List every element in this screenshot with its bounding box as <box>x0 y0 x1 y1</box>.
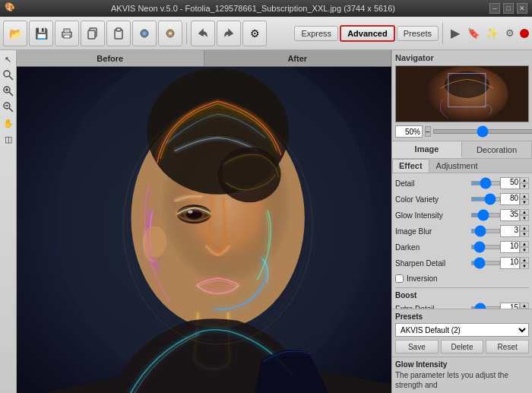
image-blur-down[interactable]: ▼ <box>520 231 529 237</box>
image-blur-up[interactable]: ▲ <box>520 225 529 231</box>
navigator-label: Navigator <box>395 53 529 62</box>
app-icon: 🎨 <box>5 2 17 14</box>
main-area: ↖ ✋ ◫ Before After <box>0 50 532 393</box>
wand-button[interactable]: 🔖 <box>465 25 482 42</box>
zoom-slider[interactable] <box>433 129 532 134</box>
after-tab[interactable]: After <box>204 50 392 66</box>
glow-intensity-row: Glow Intensity 35 ▲ ▼ <box>395 208 529 222</box>
darken-row: Darken 10 ▲ ▼ <box>395 240 529 254</box>
presets-nav-button[interactable]: Presets <box>397 26 439 41</box>
inversion-checkbox[interactable] <box>395 274 404 283</box>
settings-button[interactable]: ⚙ <box>502 25 518 42</box>
extra-detail-spinner: 15 ▲ ▼ <box>500 303 529 309</box>
status-indicator <box>520 29 529 38</box>
darken-slider[interactable] <box>471 245 500 249</box>
detail-down[interactable]: ▼ <box>520 183 529 189</box>
info-title: Glow Intensity <box>395 360 529 369</box>
play-button[interactable]: ▶ <box>447 25 464 42</box>
nav-separator <box>442 23 443 44</box>
reset-preset-button[interactable]: Reset <box>486 340 529 353</box>
glow-intensity-up[interactable]: ▲ <box>520 209 529 215</box>
brush-tool-button[interactable] <box>132 21 157 46</box>
glow-intensity-value[interactable]: 35 <box>500 209 520 221</box>
save-button[interactable]: 💾 <box>29 21 53 46</box>
darken-up[interactable]: ▲ <box>520 241 529 247</box>
undo-button[interactable] <box>191 21 215 46</box>
glow-intensity-spinner: 35 ▲ ▼ <box>500 209 529 221</box>
delete-preset-button[interactable]: Delete <box>441 340 484 353</box>
gear-button[interactable]: ⚙ <box>242 21 267 46</box>
advanced-button[interactable]: Advanced <box>340 25 395 42</box>
sharpen-detail-up[interactable]: ▲ <box>520 257 529 263</box>
svg-point-28 <box>188 211 192 214</box>
copy-button[interactable] <box>81 21 105 46</box>
title-bar: 🎨 AKVIS Neon v.5.0 - Fotolia_129578661_S… <box>0 0 532 17</box>
canvas-header: Before After <box>17 50 391 67</box>
subtab-effect[interactable]: Effect <box>392 159 429 173</box>
inversion-label: Inversion <box>407 274 438 283</box>
open-button[interactable]: 📂 <box>3 21 27 46</box>
extra-detail-row: Extra Detail 15 ▲ ▼ <box>395 302 529 309</box>
portrait-svg <box>17 67 391 393</box>
sharpen-detail-slider[interactable] <box>471 261 500 265</box>
sharpen-detail-down[interactable]: ▼ <box>520 263 529 269</box>
color-variety-up[interactable]: ▲ <box>520 193 529 199</box>
svg-point-27 <box>186 208 202 220</box>
color-variety-value[interactable]: 80 <box>500 193 520 205</box>
image-blur-slider[interactable] <box>471 229 500 233</box>
darken-label: Darken <box>395 243 471 252</box>
tab-decoration[interactable]: Decoration <box>462 141 532 158</box>
zoom-out-tool[interactable] <box>2 100 15 114</box>
darken-down[interactable]: ▼ <box>520 247 529 253</box>
zoom-minus-button[interactable]: − <box>425 126 431 137</box>
extra-detail-value[interactable]: 15 <box>500 303 520 309</box>
express-button[interactable]: Express <box>294 26 338 41</box>
zoom-input[interactable] <box>395 125 423 138</box>
color-variety-slider[interactable] <box>471 197 500 201</box>
crop-tool[interactable]: ◫ <box>2 132 15 146</box>
glow-intensity-down[interactable]: ▼ <box>520 215 529 221</box>
before-tab[interactable]: Before <box>17 50 204 66</box>
print-button[interactable] <box>55 21 79 46</box>
darken-value[interactable]: 10 <box>500 241 520 253</box>
bookmark-button[interactable]: ✨ <box>483 25 500 42</box>
save-preset-button[interactable]: Save <box>395 340 439 353</box>
paste-button[interactable] <box>106 21 131 46</box>
color-variety-down[interactable]: ▼ <box>520 199 529 205</box>
tab-image[interactable]: Image <box>392 141 462 158</box>
canvas-area: Before After <box>17 50 391 393</box>
sharpen-detail-value[interactable]: 10 <box>500 257 520 269</box>
image-blur-value[interactable]: 3 <box>500 225 520 237</box>
svg-line-14 <box>9 92 13 96</box>
color-variety-row: Color Variety 80 ▲ ▼ <box>395 192 529 206</box>
presets-dropdown[interactable]: AKVIS Default (2) AKVIS Default (1) AKVI… <box>395 323 529 337</box>
navigator-thumbnail[interactable] <box>395 65 529 122</box>
zoom-tool[interactable] <box>2 68 15 82</box>
extra-detail-up[interactable]: ▲ <box>520 303 529 309</box>
sub-tabs: Effect Adjustment <box>392 159 532 173</box>
detail-value[interactable]: 50 <box>500 177 520 189</box>
boost-label: Boost <box>395 291 529 300</box>
left-toolbar: ↖ ✋ ◫ <box>0 50 17 393</box>
subtab-adjustment[interactable]: Adjustment <box>429 159 485 173</box>
close-button[interactable]: ✕ <box>517 3 527 14</box>
minimize-button[interactable]: – <box>489 3 500 14</box>
hand-tool[interactable]: ✋ <box>2 116 15 130</box>
detail-slider[interactable] <box>471 181 500 185</box>
canvas-image[interactable] <box>17 67 391 393</box>
glow-intensity-slider[interactable] <box>471 213 500 217</box>
info-text: The parameter lets you adjust the streng… <box>395 370 529 390</box>
toolbar-tools: 📂 💾 ⚙ <box>3 21 293 46</box>
controls-area: Detail 50 ▲ ▼ Color Variety 80 ▲ <box>392 173 532 309</box>
eraser-tool-button[interactable] <box>158 21 182 46</box>
detail-up[interactable]: ▲ <box>520 177 529 183</box>
pointer-tool[interactable]: ↖ <box>2 52 15 66</box>
right-panel: Navigator <box>391 50 532 393</box>
color-variety-label: Color Variety <box>395 195 471 204</box>
maximize-button[interactable]: □ <box>503 3 514 14</box>
redo-button[interactable] <box>217 21 241 46</box>
svg-point-29 <box>202 281 234 294</box>
image-blur-row: Image Blur 3 ▲ ▼ <box>395 224 529 238</box>
window-controls: – □ ✕ <box>489 3 527 14</box>
zoom-in-tool[interactable] <box>2 84 15 98</box>
